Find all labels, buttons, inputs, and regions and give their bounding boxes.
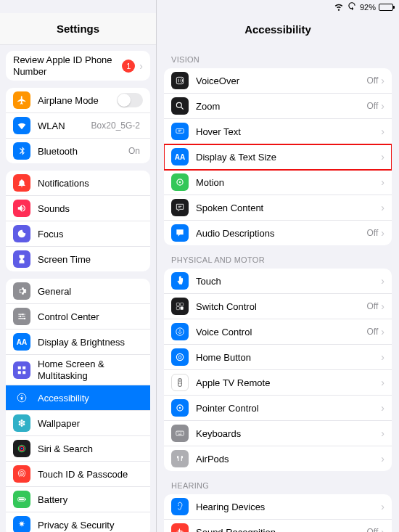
homescreen-label: Home Screen & Multitasking [38, 359, 143, 381]
voice-icon [171, 323, 189, 340]
speech-icon [171, 199, 189, 216]
row-audiodesc[interactable]: Audio Descriptions Off › [164, 221, 392, 245]
svg-point-14 [19, 424, 21, 426]
row-homebutton[interactable]: Home Button › [164, 345, 392, 370]
svg-rect-20 [25, 499, 26, 500]
ear-icon [171, 498, 189, 515]
sidebar-item-siri[interactable]: Siri & Search [6, 436, 150, 462]
sidebar-item-focus[interactable]: Focus [6, 221, 150, 247]
sidebar-item-homescreen[interactable]: Home Screen & Multitasking [6, 355, 150, 385]
row-hovertext[interactable]: Hover Text › [164, 119, 392, 144]
flower-icon [13, 414, 30, 432]
sidebar-item-accessibility[interactable]: Accessibility [6, 385, 150, 411]
voice-label: Voice Control [196, 327, 367, 337]
status-bar: 92% [0, 0, 399, 13]
sidebar-item-privacy[interactable]: Privacy & Security [6, 512, 150, 532]
airplane-icon [13, 91, 30, 109]
svg-point-13 [21, 425, 23, 427]
chevron-right-icon: › [381, 377, 384, 388]
row-zoom[interactable]: Zoom Off › [164, 94, 392, 119]
siri-label: Siri & Search [38, 443, 143, 454]
wallpaper-label: Wallpaper [38, 418, 143, 429]
hand-icon [13, 516, 30, 532]
privacy-label: Privacy & Security [38, 520, 143, 531]
svg-rect-30 [181, 307, 184, 310]
svg-point-18 [21, 448, 22, 449]
section-physical: Physical and Motor [171, 255, 384, 264]
audiodesc-value: Off [367, 228, 379, 238]
controlcenter-label: Control Center [38, 311, 143, 322]
zoom-icon [171, 97, 189, 115]
wifi-icon [334, 1, 344, 13]
soundrec-value: Off [367, 527, 379, 532]
row-switchcontrol[interactable]: Switch Control Off › [164, 294, 392, 319]
notifications-label: Notifications [38, 178, 143, 189]
svg-rect-33 [178, 356, 181, 359]
battery-icon-row [13, 491, 30, 508]
switch-icon [171, 298, 189, 315]
bell-icon [13, 174, 30, 192]
soundrec-label: Sound Recognition [196, 527, 367, 533]
sidebar-item-display[interactable]: AA Display & Brightness [6, 330, 150, 355]
sidebar-item-notifications[interactable]: Notifications [6, 171, 150, 196]
row-voiceover[interactable]: VoiceOver Off › [164, 68, 392, 94]
sidebar-item-touchid[interactable]: Touch ID & Passcode [6, 462, 150, 487]
focus-label: Focus [38, 229, 143, 240]
chevron-right-icon: › [381, 527, 384, 532]
svg-rect-6 [22, 371, 25, 374]
sidebar-item-screentime[interactable]: Screen Time [6, 247, 150, 271]
row-touch[interactable]: Touch › [164, 269, 392, 294]
hovertext-icon [171, 123, 189, 140]
voice-value: Off [367, 327, 379, 337]
row-airpods[interactable]: AirPods › [164, 446, 392, 471]
motion-icon [171, 173, 189, 191]
sidebar-item-battery[interactable]: Battery [6, 487, 150, 512]
chevron-right-icon: › [381, 327, 384, 337]
battery-percent: 92% [360, 3, 376, 12]
touch-label: Touch [196, 276, 381, 287]
homebutton-label: Home Button [196, 352, 381, 363]
airplane-toggle[interactable] [117, 93, 143, 107]
sidebar-item-airplane[interactable]: Airplane Mode [6, 88, 150, 113]
sidebar-item-bluetooth[interactable]: Bluetooth On [6, 139, 150, 163]
svg-point-37 [181, 383, 181, 384]
row-voicecontrol[interactable]: Voice Control Off › [164, 319, 392, 345]
pointer-label: Pointer Control [196, 403, 381, 414]
sidebar-item-wallpaper[interactable]: Wallpaper [6, 411, 150, 436]
row-keyboards[interactable]: Keyboards › [164, 421, 392, 446]
gear-icon [13, 282, 30, 300]
row-appletv[interactable]: Apple TV Remote › [164, 370, 392, 396]
chevron-right-icon: › [381, 403, 384, 413]
sidebar-item-wlan[interactable]: WLAN Box20_5G-2 [6, 113, 150, 139]
row-motion[interactable]: Motion › [164, 170, 392, 195]
row-pointer[interactable]: Pointer Control › [164, 396, 392, 421]
svg-point-1 [20, 316, 21, 317]
row-spoken[interactable]: Spoken Content › [164, 195, 392, 221]
apple-id-label: Review Apple ID Phone Number [13, 54, 122, 77]
row-sound-recognition[interactable]: Sound Recognition Off › [164, 520, 392, 532]
moon-icon [13, 225, 30, 242]
row-display-text-size[interactable]: AA Display & Text Size › [164, 144, 392, 170]
sidebar-item-controlcenter[interactable]: Control Center [6, 304, 150, 330]
svg-rect-40 [176, 431, 184, 435]
svg-rect-27 [176, 303, 179, 306]
fingerprint-icon [13, 465, 30, 483]
svg-point-23 [176, 102, 181, 107]
appletv-label: Apple TV Remote [196, 377, 381, 388]
sidebar-item-general[interactable]: General [6, 279, 150, 304]
textsize-icon: AA [13, 333, 30, 351]
airplane-label: Airplane Mode [38, 95, 117, 106]
svg-rect-24 [176, 129, 184, 134]
keyboards-label: Keyboards [196, 428, 381, 439]
sidebar-title: Settings [0, 13, 156, 45]
sidebar-item-apple-id[interactable]: Review Apple ID Phone Number 1 › [6, 51, 150, 81]
bluetooth-value: On [128, 146, 140, 156]
svg-point-10 [21, 420, 23, 422]
svg-point-2 [24, 318, 25, 319]
svg-rect-4 [22, 367, 25, 369]
hovertext-label: Hover Text [196, 126, 381, 137]
row-hearing-devices[interactable]: Hearing Devices › [164, 494, 392, 520]
battery-label: Battery [38, 494, 143, 505]
textsize-icon: AA [171, 148, 189, 165]
sidebar-item-sounds[interactable]: Sounds [6, 196, 150, 221]
